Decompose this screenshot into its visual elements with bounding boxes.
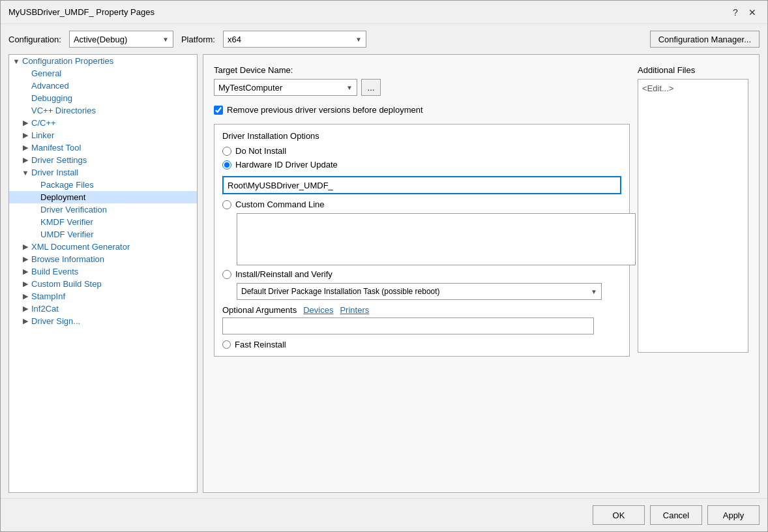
tree-item-general[interactable]: General [9, 67, 197, 80]
cancel-button[interactable]: Cancel [650, 505, 702, 525]
tree-expand-inf2cat[interactable]: ▶ [21, 304, 30, 313]
remove-prev-row: Remove previous driver versions before d… [214, 105, 630, 115]
hw-id-input[interactable] [222, 176, 621, 194]
additional-files-placeholder: <Edit...> [642, 83, 673, 93]
tree-label-inf2cat: Inf2Cat [31, 304, 59, 314]
tree-label-build-events: Build Events [31, 267, 78, 276]
tree-label-driver-settings: Driver Settings [31, 155, 87, 165]
tree-expand-stampinf[interactable]: ▶ [21, 292, 30, 301]
optional-args-input[interactable] [222, 318, 594, 334]
tree-item-inf2cat[interactable]: ▶Inf2Cat [9, 303, 197, 315]
tree-expand-driver-install[interactable]: ▼ [21, 169, 30, 177]
tree-item-advanced[interactable]: Advanced [9, 80, 197, 92]
hw-id-radio[interactable] [222, 160, 231, 170]
install-verify-radio[interactable] [222, 270, 231, 279]
install-verify-arrow-icon: ▼ [591, 288, 597, 295]
tree-item-vc-dirs[interactable]: VC++ Directories [9, 104, 197, 117]
additional-files-title: Additional Files [638, 65, 748, 75]
tree-label-umdf-verifier: UMDF Verifier [40, 229, 94, 239]
tree-item-browse-info[interactable]: ▶Browse Information [9, 253, 197, 265]
config-manager-button[interactable]: Configuration Manager... [650, 31, 760, 48]
hw-id-label: Hardware ID Driver Update [235, 160, 338, 170]
target-device-dropdown[interactable]: MyTestComputer ▼ [214, 79, 357, 96]
tree-item-debugging[interactable]: Debugging [9, 92, 197, 104]
tree-expand-config-props[interactable]: ▼ [12, 57, 21, 65]
fast-reinstall-radio[interactable] [222, 340, 231, 349]
tree-expand-custom-build[interactable]: ▶ [21, 280, 30, 288]
tree-item-manifest-tool[interactable]: ▶Manifest Tool [9, 141, 197, 154]
tree-item-linker[interactable]: ▶Linker [9, 129, 197, 141]
close-button[interactable]: ✕ [745, 5, 760, 20]
help-button[interactable]: ? [728, 5, 743, 20]
bottom-bar: OK Cancel Apply [1, 498, 767, 531]
platform-value: x64 [228, 35, 241, 44]
tree-item-package-files[interactable]: Package Files [9, 179, 197, 191]
window-title: MyUSBDriver_UMDF_ Property Pages [8, 7, 155, 17]
custom-cmd-radio[interactable] [222, 200, 231, 209]
tree-label-kmdf-verifier: KMDF Verifier [40, 217, 93, 227]
config-dropdown[interactable]: Active(Debug) ▼ [69, 31, 173, 48]
tree-expand-driver-settings[interactable]: ▶ [21, 156, 30, 164]
tree-label-linker: Linker [31, 130, 54, 140]
do-not-install-radio[interactable] [222, 147, 231, 156]
fast-reinstall-label: Fast Reinstall [235, 340, 286, 349]
install-verify-dropdown[interactable]: Default Driver Package Installation Task… [237, 283, 602, 300]
fast-reinstall-row: Fast Reinstall [222, 340, 621, 349]
tree-item-build-events[interactable]: ▶Build Events [9, 265, 197, 278]
tree-expand-xml-doc-gen[interactable]: ▶ [21, 243, 30, 251]
tree-label-vc-dirs: VC++ Directories [31, 106, 96, 115]
target-device-row: MyTestComputer ▼ ... [214, 79, 630, 96]
tree-item-umdf-verifier[interactable]: UMDF Verifier [9, 228, 197, 241]
tree-item-driver-sign[interactable]: ▶Driver Sign... [9, 315, 197, 327]
tree-item-driver-install[interactable]: ▼Driver Install [9, 166, 197, 179]
custom-cmd-row: Custom Command Line [222, 200, 621, 209]
tree-expand-cpp[interactable]: ▶ [21, 119, 30, 127]
custom-cmd-label: Custom Command Line [235, 200, 325, 209]
tree-expand-browse-info[interactable]: ▶ [21, 255, 30, 263]
config-arrow-icon: ▼ [162, 36, 169, 43]
tree-item-driver-settings[interactable]: ▶Driver Settings [9, 154, 197, 166]
target-device-label: Target Device Name: [214, 65, 630, 75]
tree-label-browse-info: Browse Information [31, 254, 104, 264]
tree-item-driver-verification[interactable]: Driver Verification [9, 203, 197, 216]
tree-item-cpp[interactable]: ▶C/C++ [9, 117, 197, 129]
apply-button[interactable]: Apply [707, 505, 760, 525]
tree-item-xml-doc-gen[interactable]: ▶XML Document Generator [9, 241, 197, 253]
hw-id-row: Hardware ID Driver Update [222, 160, 621, 170]
platform-dropdown[interactable]: x64 ▼ [223, 31, 366, 48]
tree-item-custom-build[interactable]: ▶Custom Build Step [9, 278, 197, 290]
remove-prev-checkbox[interactable] [214, 106, 223, 115]
tree-expand-driver-sign[interactable]: ▶ [21, 317, 30, 325]
tree-item-kmdf-verifier[interactable]: KMDF Verifier [9, 216, 197, 228]
tree-expand-manifest-tool[interactable]: ▶ [21, 143, 30, 152]
additional-files-box[interactable]: <Edit...> [638, 79, 748, 353]
install-verify-label: Install/Reinstall and Verify [235, 269, 332, 279]
remove-prev-label: Remove previous driver versions before d… [227, 105, 423, 115]
driver-install-section: Driver Installation Options Do Not Insta… [214, 124, 630, 357]
tree-item-config-props[interactable]: ▼Configuration Properties [9, 55, 197, 67]
browse-button[interactable]: ... [361, 79, 381, 96]
custom-cmd-textarea[interactable] [237, 213, 636, 265]
tree-item-stampinf[interactable]: ▶StampInf [9, 290, 197, 303]
ok-button[interactable]: OK [593, 505, 645, 525]
tree-label-debugging: Debugging [31, 93, 72, 103]
content-area: Target Device Name: MyTestComputer ▼ ...… [203, 54, 760, 493]
dialog-window: MyUSBDriver_UMDF_ Property Pages ? ✕ Con… [0, 0, 768, 532]
do-not-install-label: Do Not Install [235, 146, 286, 156]
tree-label-xml-doc-gen: XML Document Generator [31, 242, 130, 252]
platform-label: Platform: [181, 35, 215, 44]
right-panel: Target Device Name: MyTestComputer ▼ ...… [203, 54, 760, 493]
tree-expand-build-events[interactable]: ▶ [21, 267, 30, 276]
devices-link[interactable]: Devices [303, 305, 333, 315]
optional-args-label: Optional Arguments [222, 305, 297, 315]
title-controls: ? ✕ [728, 5, 760, 20]
tree-label-cpp: C/C++ [31, 118, 56, 128]
driver-install-title: Driver Installation Options [222, 131, 621, 141]
title-bar-left: MyUSBDriver_UMDF_ Property Pages [8, 7, 155, 17]
tree-expand-linker[interactable]: ▶ [21, 131, 30, 140]
tree-label-advanced: Advanced [31, 81, 69, 91]
tree-label-manifest-tool: Manifest Tool [31, 143, 81, 153]
target-device-arrow-icon: ▼ [346, 84, 353, 91]
tree-item-deployment[interactable]: Deployment [9, 191, 197, 203]
printers-link[interactable]: Printers [340, 305, 369, 315]
